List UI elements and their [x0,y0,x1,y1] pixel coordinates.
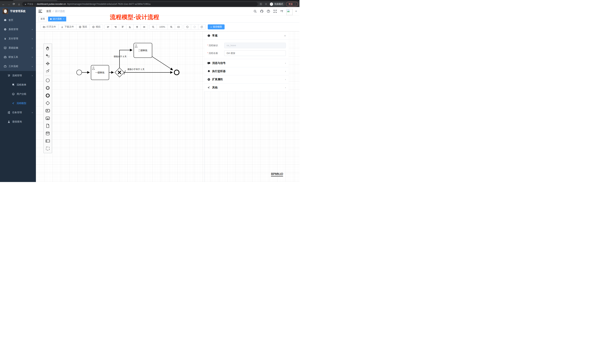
avatar-caret-icon[interactable]: ▼ [295,10,297,12]
align-right-button[interactable] [112,24,119,29]
sidebar-item-leave-query[interactable]: 请假查询 [0,117,36,126]
chrome-update-button[interactable]: 更新 ⋮ [286,2,298,6]
open-file-button[interactable]: 打开文件 [41,24,58,29]
sidebar-item-home[interactable]: 首页 [0,16,36,25]
zoom-level[interactable]: 100% [157,24,168,29]
bookmark-star-icon[interactable]: ☆ [264,2,268,6]
section-title: 扩展属性 [212,78,283,81]
back-icon[interactable]: ← [1,2,6,6]
view-tabs: 首页 设计流程 × [36,16,300,23]
tab-label: 首页 [41,17,45,20]
preview-button[interactable]: 预览 [76,24,90,29]
breadcrumb-home[interactable]: 首页 [46,10,51,13]
redo-button[interactable] [191,24,198,29]
sidebar-item-devtools[interactable]: 研发工具 ∨ [0,52,36,62]
sidebar-item-user-group[interactable]: 用户分组 [0,89,36,99]
sidebar-item-infra[interactable]: 基础设施 ∨ [0,43,36,52]
flow-gateway-to-task2[interactable] [120,50,132,68]
sidebar-collapse-icon[interactable] [38,10,42,13]
chevron-down-icon: ∨ [284,34,286,37]
restart-button[interactable] [198,24,205,29]
incognito-badge[interactable]: ᴖ 无痕模式 [269,2,285,6]
exclusive-gateway[interactable] [115,68,124,77]
close-icon[interactable]: × [63,18,64,20]
flow-task2-to-end[interactable] [152,57,173,70]
simulate-button[interactable]: 模拟 [90,24,103,29]
comment-icon [207,61,210,65]
end-event[interactable] [174,70,179,75]
breadcrumb-current: 设计流程 [55,10,65,13]
section-title: 其他 [212,86,283,89]
fullscreen-icon[interactable] [273,9,277,13]
required-asterisk: * [207,52,208,54]
sidebar: 芋道管理系统 首页 系统管理 ∨ ¥ 支付 [0,7,36,182]
person-icon [7,120,10,123]
zoom-in-button[interactable] [168,24,175,29]
user-task-level2[interactable]: 二级审批 [134,43,152,58]
search-icon[interactable] [253,9,257,13]
forward-icon[interactable]: → [7,2,11,6]
tab-design-process[interactable]: 设计流程 × [48,17,66,21]
not-secure-badge[interactable]: ▲ 不安全 [24,3,33,6]
align-bottom-button[interactable] [126,24,133,29]
align-center-vertical-button[interactable] [141,24,148,29]
align-top-button[interactable] [119,24,126,29]
section-extended-attrs[interactable]: 扩展属性 › [204,75,289,83]
sidebar-item-process-model[interactable]: 流程模型 [0,99,36,108]
process-name-input[interactable]: OA 请假 [224,51,286,56]
align-left-button[interactable] [105,24,112,29]
browser-menu-icon[interactable]: ⋮ [294,3,296,6]
start-event[interactable] [77,70,82,75]
sidebar-item-workflow[interactable]: 工作流程 ∧ [0,62,36,71]
zoom-out-button[interactable] [150,24,157,29]
flow-label-le1[interactable]: 请假小于等于 1 天 [127,68,144,70]
chevron-down-icon: ∨ [32,47,33,49]
password-key-icon[interactable]: ⚿ [259,2,263,6]
section-title: 常规 [212,34,282,37]
user-task-level1[interactable]: 一级审批 [91,65,109,80]
save-model-button[interactable]: + 保存模型 [208,24,225,29]
process-key-row: *流程标识 oa_leave [207,43,286,48]
user-face-icon [12,93,15,95]
url-host: dashboard.yudao.iocoder.cn [37,3,66,5]
breadcrumb: 首页 / 设计流程 [46,10,65,13]
incognito-icon: ᴖ [270,3,273,6]
chip-icon [92,26,95,28]
section-general[interactable]: 常规 ∨ [204,32,289,40]
github-icon[interactable] [260,9,264,13]
home-icon[interactable]: ⌂ [17,2,21,6]
tab-home[interactable]: 首页 [38,17,47,21]
bpmn-io-watermark[interactable]: BPMN.iO [271,172,283,177]
bpmn-canvas[interactable]: 一级审批 二 [36,31,300,182]
flow-label-gt3[interactable]: 请假大于 3 天 [114,55,126,58]
sidebar-item-process-form[interactable]: 流程表单 [0,80,36,89]
undo-button[interactable] [184,24,191,29]
help-icon[interactable] [266,9,271,13]
flow-tree-icon [7,111,10,114]
chevron-right-icon: › [285,62,286,65]
chevron-down-icon: ∨ [32,56,33,58]
send-icon [207,86,210,89]
section-other[interactable]: 其他 › [204,83,289,92]
address-bar[interactable]: ▲ 不安全 | dashboard.yudao.iocoder.cn/bpm/m… [22,2,258,6]
keyboard-shortcuts-button[interactable] [175,24,182,29]
broken-image-icon [287,9,290,12]
sidebar-item-task-mgmt[interactable]: 任务管理 ∨ [0,108,36,117]
font-size-icon[interactable]: TT [280,9,284,13]
reload-icon[interactable]: ⟳ [12,2,16,6]
sidebar-item-system[interactable]: 系统管理 ∨ [0,25,36,34]
app-logo-row[interactable]: 芋道管理系统 [0,7,36,16]
sidebar-item-label: 请假查询 [12,120,33,123]
section-message-signal[interactable]: 消息与信号 › [204,59,289,67]
process-key-input[interactable]: oa_leave [224,43,286,48]
avatar[interactable] [286,9,293,15]
download-file-button[interactable]: 下载文件 [58,24,76,29]
gear-icon [4,28,7,31]
align-center-horizontal-button[interactable] [133,24,141,29]
section-execution-listener[interactable]: 执行监听器 › [204,67,289,75]
browser-tab-sliver[interactable] [13,0,57,1]
sidebar-item-process-mgmt[interactable]: 流程管理 ∧ [0,71,36,80]
not-secure-label: 不安全 [27,3,33,6]
sidebar-item-payment[interactable]: ¥ 支付管理 ∨ [0,34,36,43]
document-edit-icon [12,83,15,86]
